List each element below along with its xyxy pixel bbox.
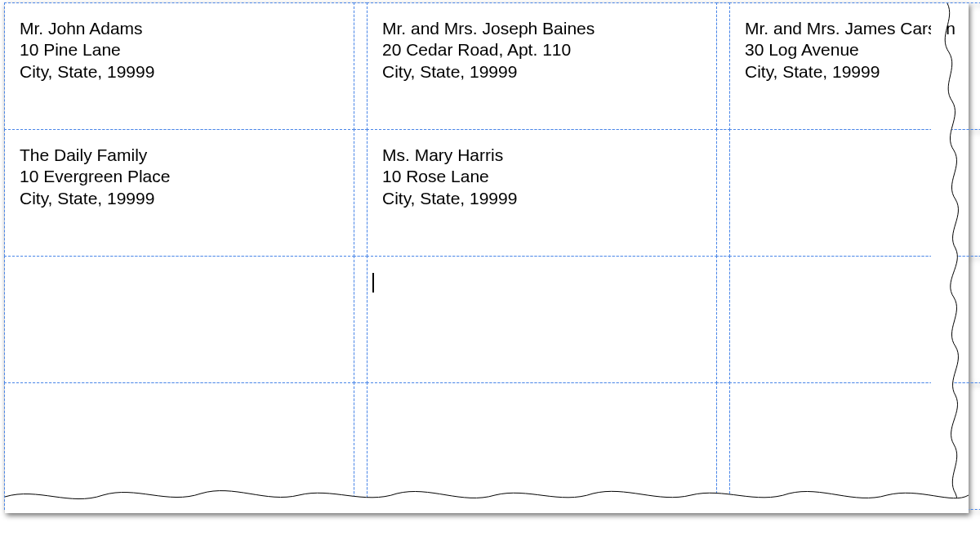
label-cell[interactable]	[367, 256, 717, 383]
label-cell[interactable]	[4, 256, 354, 383]
label-cell[interactable]: Mr. and Mrs. James Carson 30 Log Avenue …	[729, 2, 980, 130]
label-cell[interactable]: Mr. John Adams 10 Pine Lane City, State,…	[4, 2, 354, 130]
column-gutter	[354, 129, 368, 257]
address-name: Mr. and Mrs. James Carson	[745, 18, 980, 39]
address-city: City, State, 19999	[745, 61, 980, 83]
address-name: Ms. Mary Harris	[382, 145, 705, 166]
label-page[interactable]: Mr. John Adams 10 Pine Lane City, State,…	[5, 3, 969, 510]
address-city: City, State, 19999	[20, 188, 342, 209]
address-city: City, State, 19999	[382, 188, 705, 209]
address-street: 30 Log Avenue	[745, 39, 980, 60]
address-name: Mr. John Adams	[20, 18, 342, 39]
address-name: The Daily Family	[20, 145, 342, 166]
column-gutter	[716, 382, 730, 510]
text-cursor	[372, 273, 374, 293]
column-gutter	[716, 256, 730, 383]
column-gutter	[354, 256, 368, 383]
label-cell[interactable]	[4, 382, 354, 510]
label-cell[interactable]	[367, 382, 717, 510]
label-cell[interactable]: Ms. Mary Harris 10 Rose Lane City, State…	[367, 129, 717, 257]
label-cell[interactable]	[729, 382, 980, 510]
column-gutter	[716, 129, 730, 257]
address-city: City, State, 19999	[382, 61, 705, 83]
label-cell[interactable]: Mr. and Mrs. Joseph Baines 20 Cedar Road…	[367, 2, 717, 130]
label-cell[interactable]	[729, 256, 980, 383]
column-gutter	[716, 2, 730, 130]
label-cell[interactable]: The Daily Family 10 Evergreen Place City…	[4, 129, 354, 257]
address-street: 20 Cedar Road, Apt. 110	[382, 39, 705, 60]
address-name: Mr. and Mrs. Joseph Baines	[382, 18, 705, 39]
column-gutter	[354, 382, 368, 510]
label-sheet: Mr. John Adams 10 Pine Lane City, State,…	[5, 3, 969, 510]
address-street: 10 Evergreen Place	[20, 166, 342, 187]
address-street: 10 Rose Lane	[382, 166, 705, 187]
label-grid: Mr. John Adams 10 Pine Lane City, State,…	[5, 3, 969, 510]
label-cell[interactable]	[729, 129, 980, 257]
address-city: City, State, 19999	[20, 61, 342, 83]
address-street: 10 Pine Lane	[20, 39, 342, 60]
column-gutter	[354, 2, 368, 130]
